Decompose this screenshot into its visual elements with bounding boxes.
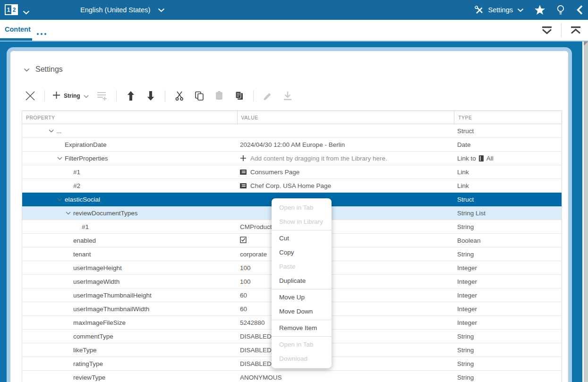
linked-content-title[interactable]: Consumers Page: [250, 169, 299, 176]
table-row[interactable]: #1Consumers PageLink: [22, 165, 562, 179]
context-menu-item-remove-item[interactable]: Remove Item: [272, 321, 332, 335]
column-header-value[interactable]: VALUE: [238, 111, 455, 124]
paste-multiple-icon[interactable]: [232, 89, 246, 102]
paste-icon: [213, 89, 226, 102]
context-menu-item-paste: Paste: [272, 260, 332, 274]
value-cell[interactable]: [237, 234, 454, 247]
context-menu-item-move-up[interactable]: Move Up: [272, 290, 332, 305]
value-cell: 2024/04/30 12:00 AM Europe - Berlin: [237, 138, 454, 151]
vertical-scrollbar[interactable]: [582, 42, 588, 382]
context-menu-separator: [272, 320, 332, 320]
section-chevron-down-icon: [24, 65, 30, 74]
language-selector[interactable]: English (United States): [80, 0, 165, 20]
property-name: ExpirationDate: [65, 141, 107, 148]
tab-content[interactable]: Content: [5, 20, 31, 39]
value-cell: 60: [237, 289, 454, 302]
context-menu: Open in TabShow in LibraryCutCopyPasteDu…: [272, 198, 332, 368]
property-name: ratingType: [73, 360, 103, 367]
delete-icon[interactable]: [24, 89, 37, 102]
move-up-icon[interactable]: [124, 89, 137, 102]
type-cell: Integer: [454, 261, 562, 274]
property-type: Date: [457, 141, 471, 148]
type-cell: String: [454, 371, 562, 382]
property-type: String: [457, 347, 474, 354]
property-name: userImageThumbnailHeight: [73, 292, 152, 299]
favorites-star-icon[interactable]: [534, 5, 545, 15]
lightbulb-icon[interactable]: [556, 5, 565, 16]
type-cell: Date: [454, 138, 562, 151]
cut-icon[interactable]: [173, 89, 186, 102]
move-down-icon[interactable]: [144, 89, 157, 102]
tree-chevron-down-icon[interactable]: [57, 157, 65, 160]
column-header-property[interactable]: PROPERTY: [22, 111, 238, 124]
property-value: 2024/04/30 12:00 AM Europe - Berlin: [240, 141, 345, 148]
linked-content-title[interactable]: Chef Corp. USA Home Page: [250, 182, 331, 189]
settings-section-header[interactable]: Settings: [24, 65, 63, 74]
type-cell: String: [454, 357, 562, 370]
collapse-left-icon[interactable]: [576, 5, 583, 15]
property-value: DISABLED: [240, 333, 272, 340]
add-property-button[interactable]: String: [52, 91, 89, 101]
column-header-type[interactable]: TYPE: [454, 111, 562, 124]
context-menu-item-copy[interactable]: Copy: [272, 246, 332, 260]
property-name: #1: [73, 169, 80, 176]
collapse-panel-up-icon[interactable]: [569, 26, 582, 34]
language-label: English (United States): [80, 6, 150, 14]
property-cell: #1: [22, 220, 237, 233]
property-name: #2: [73, 182, 80, 189]
type-cell: String: [454, 343, 562, 357]
table-row[interactable]: reviewTypeANONYMOUSString: [22, 371, 562, 382]
download-icon: [281, 89, 294, 102]
locale-badge[interactable]: 1 2: [5, 4, 18, 15]
add-type-label: String: [64, 93, 80, 99]
tree-chevron-down-icon[interactable]: [57, 198, 65, 201]
section-title: Settings: [35, 65, 63, 74]
property-type: Integer: [457, 264, 477, 272]
tree-chevron-down-icon[interactable]: [49, 129, 56, 133]
property-type: String List: [457, 210, 486, 217]
plus-icon: [52, 91, 60, 101]
copy-icon[interactable]: [193, 89, 206, 102]
property-type: Integer: [457, 319, 477, 326]
context-menu-item-download: Download: [272, 352, 332, 366]
toolbar-divider: [253, 90, 254, 102]
tab-content-label: Content: [5, 25, 31, 33]
property-cell: commentType: [22, 330, 237, 343]
toolbar-divider: [44, 90, 45, 102]
top-bar: 1 2 English (United States): [0, 0, 588, 20]
property-value: 100: [240, 264, 251, 272]
property-name: elasticSocial: [65, 196, 100, 203]
table-row[interactable]: ...Struct: [22, 124, 562, 138]
tree-chevron-down-icon[interactable]: [66, 212, 73, 215]
property-type: String: [457, 223, 474, 230]
context-menu-item-duplicate[interactable]: Duplicate: [272, 274, 332, 288]
context-menu-item-cut[interactable]: Cut: [272, 231, 332, 246]
property-cell: likeType: [22, 343, 237, 357]
settings-menu[interactable]: Settings: [474, 5, 524, 15]
type-cell: Struct: [454, 124, 562, 137]
checkbox-checked-icon[interactable]: [240, 237, 247, 245]
tab-options-dots-icon[interactable]: [37, 33, 46, 35]
table-row[interactable]: #2Chef Corp. USA Home PageLink: [22, 179, 562, 193]
locale-badge-secondary: 2: [11, 5, 17, 14]
table-row[interactable]: ExpirationDate2024/04/30 12:00 AM Europe…: [22, 138, 562, 152]
property-cell: reviewDocumentTypes: [22, 206, 237, 220]
tab-bar: Content: [0, 20, 588, 42]
plus-icon: [240, 155, 247, 161]
context-menu-item-move-down[interactable]: Move Down: [272, 305, 332, 319]
language-chevron-down-icon: [158, 6, 165, 14]
type-cell: Struct: [454, 193, 562, 206]
application-window: 1 2 English (United States): [0, 0, 588, 382]
property-value: 60: [240, 292, 247, 299]
expand-panel-down-icon[interactable]: [540, 26, 554, 34]
property-cell: userImageThumbnailHeight: [22, 289, 237, 302]
context-menu-separator: [272, 289, 332, 289]
property-cell: enabled: [22, 234, 237, 247]
property-name: userImageWidth: [73, 278, 119, 285]
value-cell: DISABLED: [237, 357, 454, 370]
property-cell: reviewType: [22, 371, 237, 382]
property-name: userImageThumbnailWidth: [73, 306, 149, 313]
type-cell: Link: [454, 165, 562, 178]
table-row[interactable]: FilterPropertiesAdd content by dragging …: [22, 152, 562, 165]
locale-chevron-down-icon[interactable]: [23, 8, 30, 17]
